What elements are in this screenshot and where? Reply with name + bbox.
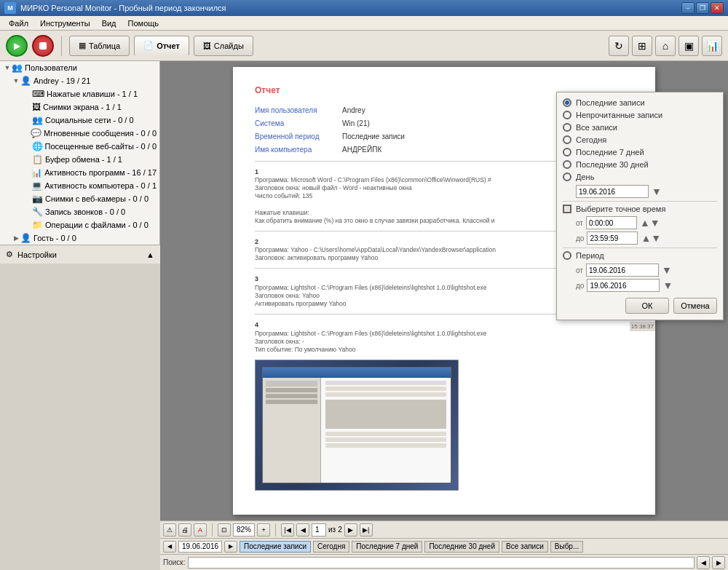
page-first-btn[interactable]: |◀ [281,523,294,537]
expand-guest[interactable]: ▶ [12,234,20,242]
menu-tools[interactable]: Инструменты [34,17,96,29]
tree-user-guest[interactable]: ▶ 👤 Гость - 0 / 0 [0,231,159,245]
tree-root-users[interactable]: ▼ 👥 Пользователи [0,61,159,74]
tree-item-prog-activity[interactable]: 📊 Активность программ - 16 / 17 [0,166,159,179]
tree-item-social[interactable]: 👥 Социальные сети - 0 / 0 [0,114,159,127]
view-button[interactable]: ▣ [678,36,699,56]
left-panel: ▼ 👥 Пользователи ▼ 👤 Andrey - 19 / 21 ⌨ … [0,61,160,570]
status-tag-last[interactable]: Последние записи [240,541,311,553]
refresh-button[interactable]: ↻ [609,36,629,56]
page-total: 2 [338,526,342,534]
radio-all [563,123,571,132]
search-next-btn[interactable]: ▶ [712,556,725,569]
nav-back-btn[interactable]: ◀ [163,541,176,553]
zoom-warning-btn[interactable]: ⚠ [163,523,176,537]
home-button[interactable]: ⌂ [655,36,676,56]
toolbar: ▶ ▦ Таблица 📄 Отчет 🖼 Слайды ↻ ⊞ ⌂ ▣ 📊 [0,31,728,61]
page-prev-btn[interactable]: ◀ [296,523,309,537]
search-prev-btn[interactable]: ◀ [697,556,710,569]
zoom-pdf-btn[interactable]: A [194,523,207,537]
option-period[interactable]: Период [563,251,717,260]
status-tag-30days[interactable]: Последние 30 дней [424,541,499,553]
section-divider-2 [563,248,717,248]
tree-item-messages[interactable]: 💬 Мгновенные сообщения - 0 / 0 [0,127,159,140]
tree-item-files[interactable]: 📁 Операции с файлами - 0 / 0 [0,218,159,231]
period-date-from-input[interactable] [586,264,659,277]
users-icon: 👥 [12,63,23,73]
expand-andrey[interactable]: ▼ [12,77,20,84]
minimize-button[interactable]: − [681,2,695,14]
time-from-input[interactable] [586,216,637,229]
screenshot-inner [256,360,458,490]
menu-file[interactable]: Файл [3,17,34,29]
tree-user-andrey[interactable]: ▼ 👤 Andrey - 19 / 21 [0,74,159,87]
zoom-in-btn[interactable]: + [257,523,270,537]
play-button[interactable]: ▶ [6,35,28,57]
time-to-input[interactable] [587,231,638,245]
restore-button[interactable]: ❐ [696,2,709,14]
status-tag-7days[interactable]: Последние 7 дней [352,541,422,553]
tab-report[interactable]: 📄 Отчет [134,36,189,56]
option-day[interactable]: День [563,173,717,181]
field-label-username: Имя пользователя [255,106,342,116]
ok-button[interactable]: ОК [625,298,669,314]
page-last-btn[interactable]: ▶| [360,523,373,537]
settings-button[interactable]: ⚙ Настройки ▲ [0,245,160,264]
grid-button[interactable]: ⊞ [632,36,652,56]
tree-item-keys[interactable]: ⌨ Нажатые клавиши - 1 / 1 [0,87,159,100]
label-last-30: Последние 30 дней [576,160,649,169]
label-last-records: Последние записи [576,98,645,107]
toolbar-separator [61,36,62,56]
toolbar-right: ↻ ⊞ ⌂ ▣ 📊 [609,36,722,56]
tree-item-clipboard[interactable]: 📋 Буфер обмена - 1 / 1 [0,153,159,166]
radio-last-7 [563,148,571,157]
label-period: Период [576,251,604,260]
option-last-7[interactable]: Последние 7 дней [563,148,717,157]
app-body: ▶ ▦ Таблица 📄 Отчет 🖼 Слайды ↻ ⊞ ⌂ ▣ 📊 [0,31,728,570]
comp-activity-label: Активность компьютера - 0 / 1 [44,181,157,190]
status-tag-today[interactable]: Сегодня [313,541,349,553]
period-spin-to[interactable]: ▼ [662,280,673,291]
stop-button[interactable] [32,35,54,57]
settings-label: Настройки [17,250,57,259]
window-controls: − ❐ ✕ [681,2,724,14]
option-today[interactable]: Сегодня [563,135,717,144]
screenshot-sim [262,367,451,483]
menu-view[interactable]: Вид [96,17,122,29]
tree-item-comp-activity[interactable]: 💻 Активность компьютера - 0 / 1 [0,179,159,192]
webcam-label: Снимки с веб-камеры - 0 / 0 [45,194,149,203]
tree-item-calls[interactable]: 🔧 Запись звонков - 0 / 0 [0,205,159,218]
bottom-toolbar: ⚠ 🖨 A ⊡ 82% + |◀ ◀ 1 из 2 ▶ ▶| [160,520,728,538]
chart-button[interactable]: 📊 [702,36,722,56]
cancel-button[interactable]: Отмена [673,298,717,314]
status-tag-custom[interactable]: Выбр... [550,541,583,553]
nav-forward-btn[interactable]: ▶ [224,541,237,553]
option-exact-time[interactable]: Выберите точное время [563,205,717,213]
label-last-7: Последние 7 дней [576,148,644,157]
zoom-print-btn[interactable]: 🖨 [178,523,191,537]
page-next-btn[interactable]: ▶ [344,523,357,537]
option-all-records[interactable]: Все записи [563,123,717,132]
tree-item-websites[interactable]: 🌐 Посещенные веб-сайты - 0 / 0 [0,140,159,153]
tab-slides[interactable]: 🖼 Слайды [194,36,253,56]
doc-entry-4: 4 Программа: Lightshot - C:\Program File… [255,320,633,354]
option-last-30[interactable]: Последние 30 дней [563,160,717,169]
close-button[interactable]: ✕ [711,2,724,14]
tab-table[interactable]: ▦ Таблица [69,36,130,56]
zoom-fit-page-btn[interactable]: ⊡ [218,523,231,537]
status-tag-all[interactable]: Все записи [502,541,548,553]
option-last-records[interactable]: Последние записи [563,98,717,107]
time-spin-to[interactable]: ▲▼ [641,232,661,244]
menu-help[interactable]: Помощь [122,17,165,29]
ss-sidebar [263,378,321,483]
option-unread[interactable]: Непрочитанные записи [563,111,717,119]
tree-item-screenshots[interactable]: 🖼 Снимки экрана - 1 / 1 [0,100,159,114]
day-date-input[interactable] [576,185,649,198]
time-spin-from[interactable]: ▲▼ [640,217,660,229]
expand-root[interactable]: ▼ [3,64,12,71]
date-spin-down[interactable]: ▼ [652,186,662,197]
period-date-to-input[interactable] [587,279,660,292]
search-input[interactable] [188,557,695,569]
period-spin-from[interactable]: ▼ [662,264,672,276]
tree-item-webcam[interactable]: 📷 Снимки с веб-камеры - 0 / 0 [0,192,159,205]
